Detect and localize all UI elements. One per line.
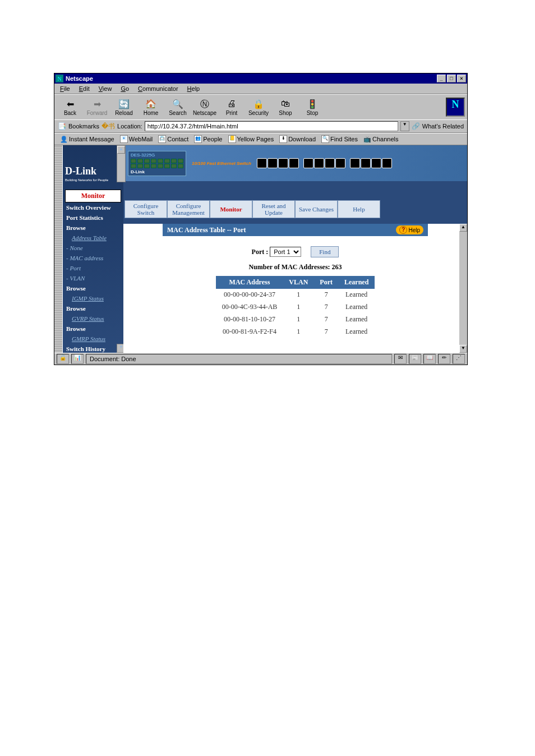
bookmarks-icon[interactable]: 📑	[58, 122, 66, 131]
sidebar-item[interactable]: Switch Overview	[65, 202, 121, 213]
port-filter: Port : Port 1 Find	[123, 246, 467, 257]
device-banner: DES-3225G D-Link 10/100 Fast Ethernet Sw…	[123, 145, 467, 181]
col-port: Port	[314, 276, 339, 289]
nav-tab[interactable]: Configure Switch	[124, 200, 167, 218]
sidebar-item[interactable]: MAC address	[65, 253, 121, 263]
browser-window: N Netscape _ □ × File Edit View Go Commu…	[54, 73, 468, 365]
netscape-button[interactable]: ⓃNetscape	[191, 99, 218, 116]
sidebar-item[interactable]: IGMP Status	[65, 293, 121, 303]
col-mac: MAC Address	[216, 276, 283, 289]
cell-port: 7	[314, 314, 339, 326]
main-column: DES-3225G D-Link 10/100 Fast Ethernet Sw…	[123, 145, 467, 353]
contact[interactable]: 📇Contact	[156, 135, 191, 143]
content-scrollbar[interactable]: ▲▼	[459, 224, 467, 353]
status-progress-icon: 📊	[71, 354, 84, 364]
netscape-throbber: N	[446, 98, 465, 117]
forward-button[interactable]: ➡Forward	[84, 99, 110, 116]
help-button[interactable]: ?Help	[396, 225, 423, 234]
menu-help[interactable]: Help	[184, 85, 204, 93]
location-input[interactable]	[145, 121, 398, 131]
yellow-pages[interactable]: 📒Yellow Pages	[226, 135, 276, 143]
menu-edit[interactable]: Edit	[76, 85, 93, 93]
channels[interactable]: 📺Channels	[361, 136, 400, 143]
sidebar-item[interactable]: Port Statistics	[65, 213, 121, 223]
cell-vlan: 1	[283, 301, 314, 314]
panel-header: MAC Address Table -- Port ?Help	[163, 224, 428, 236]
cell-mac: 00-00-00-00-24-37	[216, 289, 283, 301]
nav-tab[interactable]: Reset and Update	[252, 200, 295, 218]
search-button[interactable]: 🔍Search	[164, 99, 191, 116]
sidebar-item[interactable]: VLAN	[65, 273, 121, 283]
left-gutter	[54, 145, 63, 353]
print-button[interactable]: 🖨Print	[218, 99, 245, 116]
table-row: 00-00-81-9A-F2-F417Learned	[216, 326, 375, 338]
port-select[interactable]: Port 1	[270, 247, 301, 257]
status-news-icon[interactable]: 📰	[409, 354, 421, 364]
resize-grip[interactable]: ⋰	[453, 354, 465, 364]
status-mail-icon[interactable]: ✉	[394, 354, 407, 364]
menu-file[interactable]: File	[57, 85, 73, 93]
window-title: Netscape	[66, 75, 93, 82]
cell-learned: Learned	[338, 326, 374, 338]
related-icon[interactable]: 🔗	[412, 122, 420, 131]
location-dropdown[interactable]: ▼	[400, 121, 409, 131]
sidebar-item[interactable]: Browse	[65, 283, 121, 293]
minimize-button[interactable]: _	[437, 75, 446, 82]
device-desc: 10/100 Fast Ethernet Switch	[192, 161, 251, 166]
cell-vlan: 1	[283, 314, 314, 326]
cell-vlan: 1	[283, 289, 314, 301]
reload-button[interactable]: 🔄Reload	[110, 99, 137, 116]
find-sites[interactable]: 🔍Find Sites	[319, 135, 360, 143]
location-icon: �书	[102, 122, 115, 131]
sidebar: ▲ D-Link Building Networks for People Mo…	[63, 145, 123, 353]
whats-related[interactable]: What's Related	[422, 123, 464, 130]
shop-button[interactable]: 🛍Shop	[272, 99, 299, 116]
maximize-button[interactable]: □	[447, 75, 456, 82]
menu-communicator[interactable]: Communicator	[135, 85, 182, 93]
menu-view[interactable]: View	[95, 85, 116, 93]
port-label: Port :	[252, 248, 269, 256]
nav-tab[interactable]: Monitor	[210, 200, 252, 218]
close-button[interactable]: ×	[457, 75, 466, 82]
status-message: Document: Done	[86, 354, 392, 364]
nav-tab[interactable]: Configure Management	[167, 200, 210, 218]
back-button[interactable]: ⬅Back	[57, 99, 84, 116]
menu-go[interactable]: Go	[117, 85, 132, 93]
find-button[interactable]: Find	[311, 246, 339, 257]
security-button[interactable]: 🔒Security	[245, 99, 272, 116]
personal-toolbar: 👤Instant Message 📧WebMail 📇Contact 👥Peop…	[54, 133, 467, 145]
table-row: 00-00-00-00-24-3717Learned	[216, 289, 375, 301]
col-vlan: VLAN	[283, 276, 314, 289]
webmail[interactable]: 📧WebMail	[118, 135, 155, 143]
instant-message[interactable]: 👤Instant Message	[58, 136, 117, 143]
tab-nav: Configure SwitchConfigure ManagementMoni…	[123, 181, 467, 224]
home-button[interactable]: 🏠Home	[137, 99, 164, 116]
download[interactable]: ⬇Download	[277, 135, 318, 143]
people[interactable]: 👥People	[192, 135, 224, 143]
nav-tab[interactable]: Help	[338, 200, 380, 218]
nav-tab[interactable]: Save Changes	[295, 200, 338, 218]
stop-button[interactable]: 🚦Stop	[299, 99, 326, 116]
sidebar-item[interactable]: Browse	[65, 303, 121, 314]
sidebar-item[interactable]: Browse	[65, 324, 121, 334]
cell-learned: Learned	[338, 301, 374, 314]
sidebar-item[interactable]: Monitor	[65, 190, 121, 202]
location-bar: 📑 Bookmarks �书 Location: ▼ 🔗 What's Rela…	[54, 119, 467, 133]
sidebar-item[interactable]: Browse	[65, 223, 121, 233]
location-label: Location:	[117, 123, 142, 130]
sidebar-item[interactable]: GMRP Status	[65, 334, 121, 344]
sidebar-item[interactable]: Address Table	[65, 233, 121, 243]
status-comp-icon[interactable]: ✏	[438, 354, 450, 364]
sidebar-item[interactable]: None	[65, 243, 121, 253]
app-icon: N	[56, 75, 63, 82]
sidebar-scrollbar[interactable]: ▲	[117, 145, 126, 182]
content-panel: ▲▼ MAC Address Table -- Port ?Help Port …	[123, 224, 467, 353]
sidebar-item[interactable]: Port	[65, 263, 121, 273]
mac-table: MAC Address VLAN Port Learned 00-00-00-0…	[216, 276, 375, 338]
cell-port: 7	[314, 289, 339, 301]
sidebar-item[interactable]: Switch History	[65, 344, 121, 354]
bookmarks-button[interactable]: Bookmarks	[68, 123, 99, 130]
sidebar-item[interactable]: GVRP Status	[65, 314, 121, 324]
cell-learned: Learned	[338, 314, 374, 326]
status-ab-icon[interactable]: 📖	[423, 354, 436, 364]
